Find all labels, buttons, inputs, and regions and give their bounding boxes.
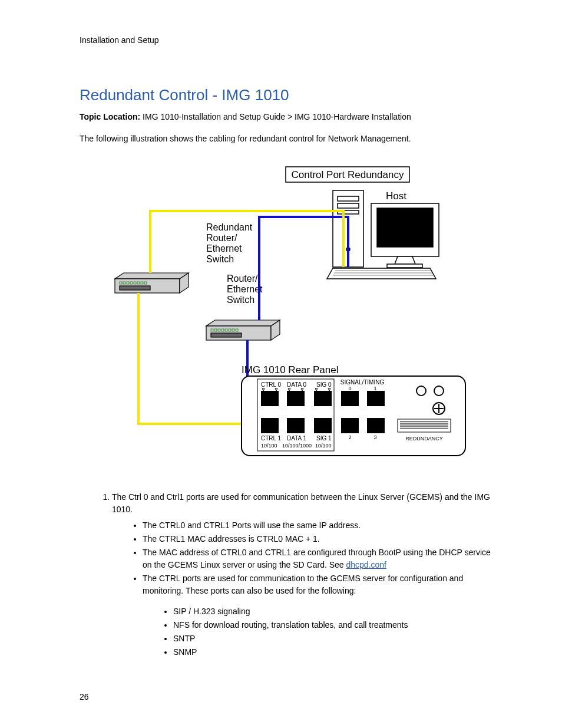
svg-point-52 [416,386,426,396]
intro-paragraph: The following illustration shows the cab… [80,134,497,143]
list-item-text: The Ctrl 0 and Ctrl1 ports are used for … [112,492,490,514]
sub-item: The CTRL1 MAC addresses is CTRL0 MAC + 1… [143,533,497,545]
svg-rect-25 [218,329,220,331]
svg-rect-7 [377,208,433,247]
svg-rect-3 [338,203,359,208]
svg-rect-41 [261,391,279,406]
subsub-item: SNTP [173,633,497,645]
rear-panel: CTRL 0 DATA 0 SIG 0 SIGNAL/TIMING 0 1 [242,376,465,456]
svg-text:DATA 0: DATA 0 [287,381,306,388]
svg-rect-61 [367,418,385,433]
svg-text:10/100: 10/100 [261,443,277,449]
svg-text:10/100/1000: 10/100/1000 [282,443,312,449]
page-title: Redundant Control - IMG 1010 [80,86,497,104]
topic-location-value: IMG 1010-Installation and Setup Guide > … [140,112,411,121]
svg-rect-17 [134,282,136,284]
svg-rect-45 [367,391,385,406]
svg-rect-20 [144,282,147,284]
svg-rect-43 [314,391,332,406]
svg-rect-24 [214,329,217,331]
svg-rect-31 [211,333,242,337]
svg-rect-29 [232,329,234,331]
svg-rect-57 [261,418,279,433]
svg-rect-23 [211,329,213,331]
svg-rect-13 [120,282,122,284]
sub-item-text: The CTRL ports are used for communicatio… [143,574,463,595]
subsub-item: NFS for download routing, translation ta… [173,619,497,631]
svg-text:SIG 1: SIG 1 [316,435,332,442]
svg-rect-59 [314,418,332,433]
svg-point-53 [434,386,444,396]
svg-rect-19 [141,282,143,284]
svg-text:SIGNAL/TIMING: SIGNAL/TIMING [340,379,384,386]
svg-rect-60 [341,418,359,433]
topic-location-label: Topic Location: [80,112,140,121]
svg-rect-16 [130,282,133,284]
svg-text:SIG 0: SIG 0 [316,381,332,388]
svg-rect-18 [137,282,140,284]
svg-rect-21 [120,286,150,290]
cabling-diagram: Control Port Redundancy Host [109,161,468,473]
svg-rect-15 [127,282,129,284]
sub-item-text: The MAC address of CTRL0 and CTRL1 are c… [143,548,491,569]
svg-text:10/100: 10/100 [315,443,332,449]
running-head: Installation and Setup [80,35,497,45]
subsub-item: SNMP [173,646,497,658]
subsub-list: SIP / H.323 signaling NFS for download r… [143,605,497,658]
svg-text:3: 3 [373,434,376,440]
svg-rect-8 [387,264,422,268]
instruction-list: The Ctrl 0 and Ctrl1 ports are used for … [80,491,497,658]
svg-rect-26 [222,329,224,331]
list-item: The Ctrl 0 and Ctrl1 ports are used for … [112,491,497,658]
page-number: 26 [80,692,89,701]
svg-text:1: 1 [373,386,376,391]
svg-rect-2 [338,196,359,201]
topic-location: Topic Location: IMG 1010-Installation an… [80,111,497,123]
panel-title: IMG 1010 Rear Panel [242,364,338,375]
svg-rect-14 [123,282,125,284]
redundant-switch-icon [115,273,189,293]
host-label: Host [386,190,406,202]
svg-rect-58 [287,418,305,433]
svg-text:DATA 1: DATA 1 [287,435,306,442]
dhcpd-link[interactable]: dhcpd.conf [346,560,387,569]
subsub-item: SIP / H.323 signaling [173,605,497,618]
figure-title: Control Port Redundancy [291,169,404,180]
svg-text:0: 0 [348,386,351,391]
svg-text:CTRL 1: CTRL 1 [261,435,282,442]
svg-rect-42 [287,391,305,406]
svg-rect-44 [341,391,359,406]
svg-text:REDUNDANCY: REDUNDANCY [405,436,443,442]
svg-rect-27 [225,329,227,331]
sub-item: The CTRL0 and CTRL1 Ports will use the s… [143,519,497,532]
svg-text:CTRL 0: CTRL 0 [261,381,282,388]
switch-icon [206,320,280,340]
svg-rect-28 [229,329,231,331]
sub-item: The MAC address of CTRL0 and CTRL1 are c… [143,546,497,571]
svg-rect-30 [236,329,238,331]
svg-text:2: 2 [348,434,351,440]
redundant-switch-label: Redundant Router/ Ethernet Switch [206,222,255,264]
sub-item: The CTRL ports are used for communicatio… [143,572,497,658]
sub-list: The CTRL0 and CTRL1 Ports will use the s… [112,519,497,658]
